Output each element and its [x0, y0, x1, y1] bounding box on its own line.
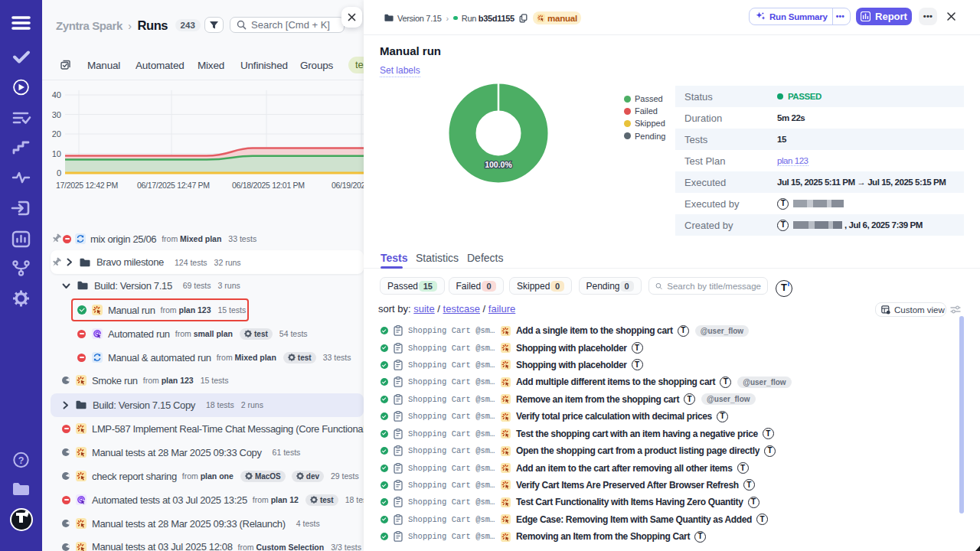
svg-text:06/17/2025 12:47 PM: 06/17/2025 12:47 PM: [137, 181, 210, 190]
svg-text:06/18/2025 12:01 PM: 06/18/2025 12:01 PM: [232, 181, 305, 190]
svg-text:10: 10: [52, 149, 61, 158]
svg-text:40: 40: [52, 90, 61, 99]
svg-text:?: ?: [18, 455, 24, 466]
svg-text:06/19/2025: 06/19/2025: [332, 181, 364, 190]
svg-text:30: 30: [52, 110, 61, 119]
svg-text:0: 0: [57, 168, 61, 178]
svg-text:100.0%: 100.0%: [485, 160, 512, 169]
svg-text:20: 20: [52, 129, 61, 139]
svg-text:17/2025 12:42 PM: 17/2025 12:42 PM: [56, 181, 118, 190]
